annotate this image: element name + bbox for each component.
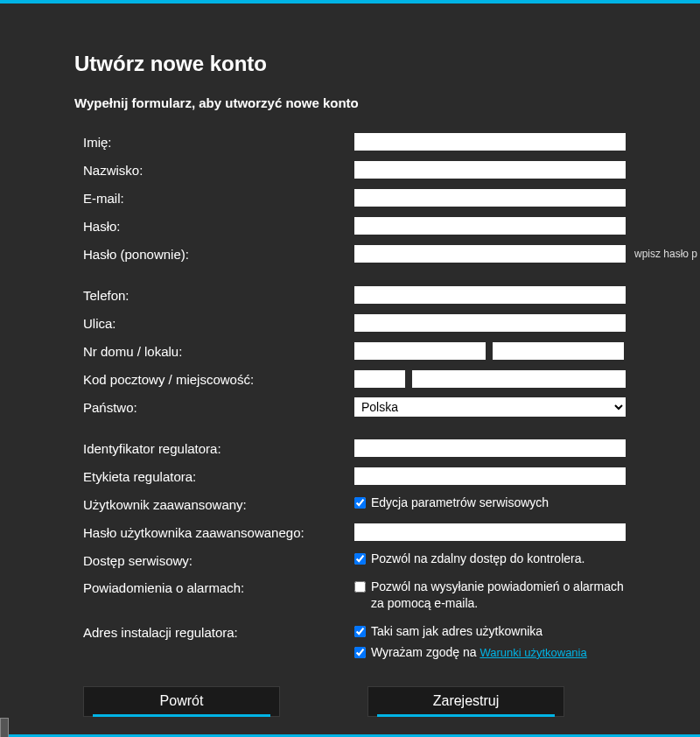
label-password: Hasło: [74, 219, 354, 234]
firstname-input[interactable] [354, 133, 626, 151]
email-input[interactable] [354, 189, 626, 207]
street-input[interactable] [354, 314, 626, 332]
advanced-password-input[interactable] [354, 523, 626, 541]
country-select[interactable]: Polska [354, 397, 626, 417]
label-phone: Telefon: [74, 288, 354, 303]
same-address-label: Taki sam jak adres użytkownika [371, 623, 542, 639]
zip-input[interactable] [354, 370, 405, 388]
label-service-access: Dostęp serwisowy: [74, 553, 354, 568]
label-advanced-password: Hasło użytkownika zaawansowanego: [74, 525, 354, 540]
label-lastname: Nazwisko: [74, 163, 354, 178]
email-alarms-checkbox[interactable] [354, 581, 366, 593]
label-regulator-id: Identyfikator regulatora: [74, 441, 354, 456]
label-password-repeat: Hasło (ponownie): [74, 247, 354, 262]
phone-input[interactable] [354, 286, 626, 304]
buttons-row: Powrót Zarejestruj [74, 686, 700, 717]
section-regulator: Identyfikator regulatora: Etykieta regul… [74, 439, 700, 664]
label-firstname: Imię: [74, 135, 354, 150]
terms-link[interactable]: Warunki użytkowania [480, 646, 586, 659]
label-regulator-address: Adres instalacji regulatora: [74, 623, 354, 640]
password-repeat-hint: wpisz hasło p [634, 248, 697, 260]
regulator-id-input[interactable] [354, 439, 626, 457]
house-number-input[interactable] [354, 342, 486, 360]
edit-service-params-checkbox[interactable] [354, 497, 366, 509]
terms-label: Wyrażam zgodę na Warunki użytkowania [371, 644, 587, 661]
label-street: Ulica: [74, 316, 354, 331]
side-tab [0, 718, 9, 737]
page-subtitle: Wypełnij formularz, aby utworzyć nowe ko… [74, 95, 700, 110]
email-alarms-label: Pozwól na wysyłanie powiadomień o alarma… [371, 579, 626, 610]
regulator-label-input[interactable] [354, 467, 626, 485]
label-advanced-user: Użytkownik zaawansowany: [74, 497, 354, 512]
apartment-number-input[interactable] [493, 342, 624, 360]
back-button[interactable]: Powrót [83, 686, 280, 717]
lastname-input[interactable] [354, 161, 626, 179]
label-country: Państwo: [74, 400, 354, 415]
same-address-checkbox[interactable] [354, 626, 366, 637]
edit-service-params-label: Edycja parametrów serwisowych [371, 495, 549, 510]
label-house: Nr domu / lokalu: [74, 344, 354, 359]
register-button[interactable]: Zarejestruj [368, 686, 564, 717]
section-account: Imię: Nazwisko: E-mail: Hasło: Hasło (po… [74, 132, 700, 263]
label-alarm-notifications: Powiadomienia o alarmach: [74, 579, 354, 595]
password-repeat-input[interactable] [354, 245, 626, 263]
remote-access-label: Pozwól na zdalny dostęp do kontrolera. [371, 551, 584, 566]
section-address: Telefon: Ulica: Nr domu / lokalu: Kod po… [74, 285, 700, 417]
label-zip-city: Kod pocztowy / miejscowość: [74, 372, 354, 387]
remote-access-checkbox[interactable] [354, 553, 366, 565]
label-email: E-mail: [74, 191, 354, 206]
form-container: Utwórz nowe konto Wypełnij formularz, ab… [0, 4, 700, 717]
label-regulator-label: Etykieta regulatora: [74, 469, 354, 484]
password-input[interactable] [354, 217, 626, 235]
page-title: Utwórz nowe konto [74, 52, 700, 76]
city-input[interactable] [412, 370, 626, 388]
terms-checkbox[interactable] [354, 647, 366, 658]
